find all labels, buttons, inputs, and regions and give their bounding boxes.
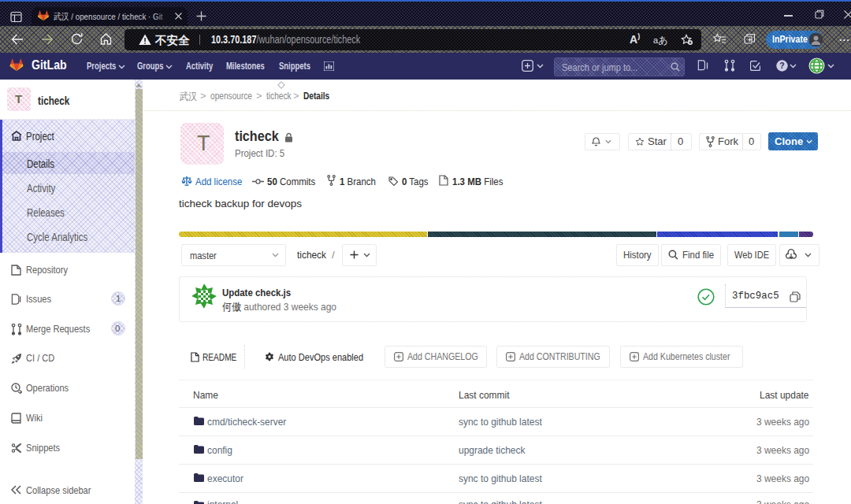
svg-text:?: ? bbox=[779, 61, 784, 70]
